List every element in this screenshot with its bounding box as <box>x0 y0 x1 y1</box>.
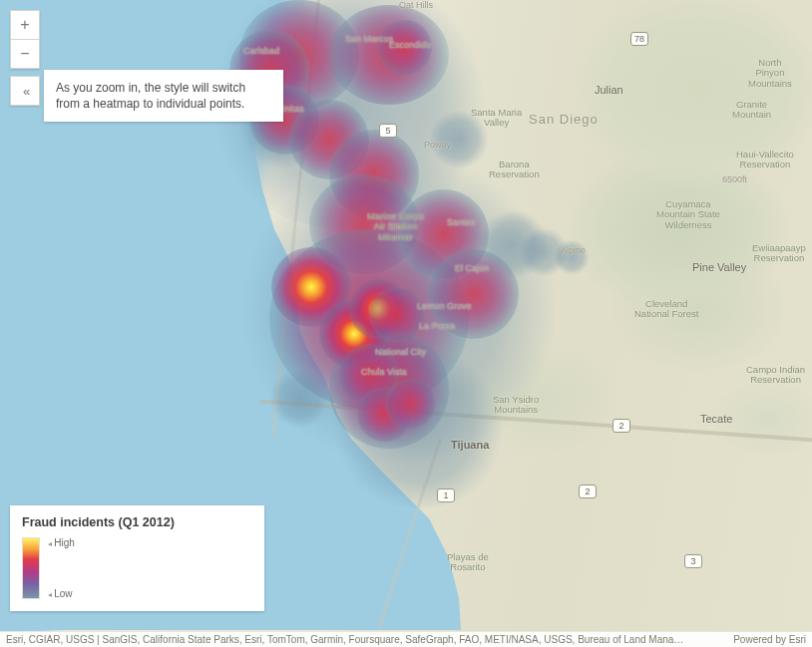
info-panel: As you zoom in, the style will switch fr… <box>44 70 283 122</box>
label-oathills: Oat Hills <box>399 0 433 10</box>
label-ewiiaapaayp: Ewiiaapaayp Reservation <box>752 243 806 264</box>
label-nationalcity: National City <box>375 347 426 357</box>
label-lapresa: La Presa <box>419 321 455 331</box>
label-pinevalley: Pine Valley <box>692 261 746 273</box>
legend-high: High <box>48 537 75 548</box>
label-santamaria: Santa Maria Valley <box>471 108 522 129</box>
label-carlsbad: Carlsbad <box>243 46 279 56</box>
legend-color-ramp <box>22 537 40 599</box>
map-controls: + − « <box>10 10 40 105</box>
attribution-powered[interactable]: Powered by Esri <box>725 634 806 645</box>
label-barona: Barona Reservation <box>489 160 540 180</box>
shield-1: 1 <box>437 488 455 502</box>
label-sanisidro: San Ysidro Mountains <box>493 395 539 416</box>
shield-3: 3 <box>684 554 702 568</box>
label-santee: Santee <box>447 217 476 227</box>
label-northpinyon: North Pinyon Mountains <box>748 58 792 89</box>
label-granite: Granite Mountain <box>732 100 771 121</box>
legend: Fraud incidents (Q1 2012) High Low <box>10 505 264 611</box>
label-lemongrove: Lemon Grove <box>417 301 472 311</box>
chevron-left-icon: « <box>23 84 27 99</box>
shield-2b: 2 <box>612 419 630 433</box>
collapse-panel-button[interactable]: « <box>10 76 40 106</box>
label-playasrosarito: Playas de Rosarito <box>447 552 489 573</box>
map-view[interactable]: San Diego Julian Oat Hills North Pinyon … <box>0 0 812 647</box>
label-cuyamaca: Cuyamaca Mountain State Wilderness <box>656 199 720 230</box>
attribution-sources: Esri, CGIAR, USGS | SanGIS, California S… <box>6 634 684 645</box>
label-poway: Poway <box>424 140 451 150</box>
info-panel-text: As you zoom in, the style will switch fr… <box>56 81 245 111</box>
label-julian: Julian <box>595 84 623 96</box>
zoom-out-button[interactable]: − <box>10 39 40 69</box>
label-sanmarcos: San Marcos <box>345 34 393 44</box>
label-campoindian: Campo Indian Reservation <box>746 365 805 386</box>
zoom-in-button[interactable]: + <box>10 10 40 40</box>
label-cleveland: Cleveland National Forest <box>634 299 698 320</box>
label-escondido: Escondido <box>389 40 431 50</box>
label-hauvallecito: Haui-Vallecito Reservation <box>736 150 794 170</box>
label-region-sandiego: San Diego <box>529 112 599 127</box>
minus-icon: − <box>20 45 29 63</box>
attribution-bar: Esri, CGIAR, USGS | SanGIS, California S… <box>0 631 812 647</box>
label-miramar: Marine Corps Air Station Miramar <box>367 211 424 242</box>
plus-icon: + <box>20 16 29 34</box>
label-chulavista: Chula Vista <box>361 367 407 377</box>
shield-i5: 5 <box>379 124 397 138</box>
shield-2: 2 <box>579 485 597 498</box>
legend-low: Low <box>48 588 75 599</box>
label-elcajon: El Cajon <box>455 263 489 273</box>
label-alpine: Alpine <box>561 245 586 255</box>
label-elev: 6500ft <box>722 174 747 184</box>
shield-78: 78 <box>630 32 648 46</box>
legend-title: Fraud incidents (Q1 2012) <box>22 515 252 529</box>
label-tijuana: Tijuana <box>451 439 489 451</box>
label-tecate: Tecate <box>700 413 732 425</box>
